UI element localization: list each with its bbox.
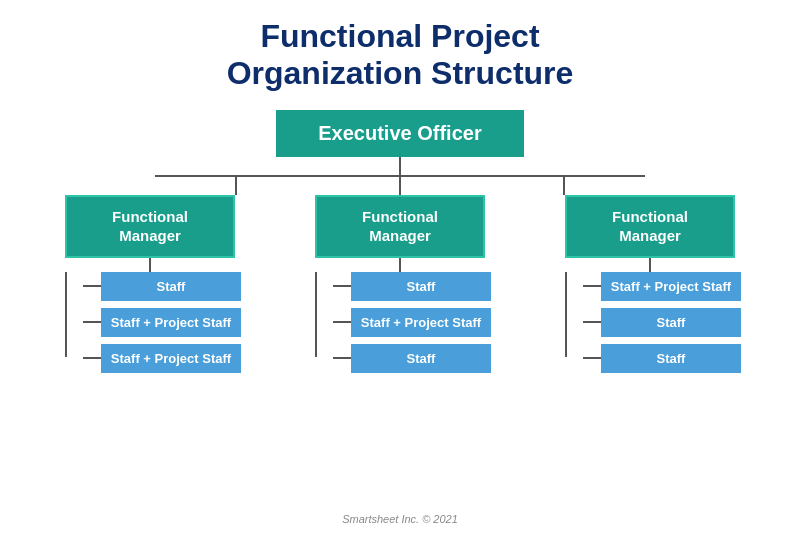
managers-row: FunctionalManager Staff Staff + Project … (50, 195, 750, 373)
h-line-2-1 (333, 285, 351, 287)
staff-box-3-3: Staff (601, 344, 741, 373)
h-line-3-2 (583, 321, 601, 323)
manager-col-1: FunctionalManager Staff Staff + Project … (50, 195, 250, 373)
manager-col-3: FunctionalManager Staff + Project Staff … (550, 195, 750, 373)
staff-item-3-2: Staff (583, 308, 735, 337)
manager-box-2: FunctionalManager (315, 195, 485, 258)
staff-item-2-3: Staff (333, 344, 485, 373)
staff-item-2-2: Staff + Project Staff (333, 308, 485, 337)
h-line-2-2 (333, 321, 351, 323)
mgr1-down (149, 258, 151, 272)
staff-box-3-2: Staff (601, 308, 741, 337)
staff-box-1-2: Staff + Project Staff (101, 308, 241, 337)
three-stubs (155, 177, 645, 195)
staff-box-3-1: Staff + Project Staff (601, 272, 741, 301)
staff-item-1-1: Staff (83, 272, 235, 301)
staff-box-1-1: Staff (101, 272, 241, 301)
org-chart: Executive Officer FunctionalManager (20, 110, 780, 373)
staff-item-1-2: Staff + Project Staff (83, 308, 235, 337)
stub-center (399, 177, 401, 195)
footer-text: Smartsheet Inc. © 2021 (342, 513, 458, 531)
staff-box-2-1: Staff (351, 272, 491, 301)
staff-item-1-3: Staff + Project Staff (83, 344, 235, 373)
staff-item-3-1: Staff + Project Staff (583, 272, 735, 301)
stub-left (235, 177, 237, 195)
staff-v-line-1 (65, 272, 67, 357)
h-line-1-3 (83, 357, 101, 359)
h-bar (155, 175, 645, 177)
h-line-3-3 (583, 357, 601, 359)
staff-item-2-1: Staff (333, 272, 485, 301)
staff-items-1: Staff Staff + Project Staff Staff + Proj… (65, 272, 235, 373)
h-line-3-1 (583, 285, 601, 287)
staff-box-2-3: Staff (351, 344, 491, 373)
page-wrapper: Functional Project Organization Structur… (0, 0, 800, 541)
page-title: Functional Project Organization Structur… (227, 18, 574, 92)
stub-right (563, 177, 565, 195)
staff-items-2: Staff Staff + Project Staff Staff (315, 272, 485, 373)
h-line-2-3 (333, 357, 351, 359)
exec-box: Executive Officer (276, 110, 523, 157)
top-connectors (20, 157, 780, 195)
staff-box-2-2: Staff + Project Staff (351, 308, 491, 337)
h-line-1-2 (83, 321, 101, 323)
staff-v-line-2 (315, 272, 317, 357)
manager-box-1: FunctionalManager (65, 195, 235, 258)
staff-box-1-3: Staff + Project Staff (101, 344, 241, 373)
h-line-1-1 (83, 285, 101, 287)
staff-items-3: Staff + Project Staff Staff Staff (565, 272, 735, 373)
exec-label: Executive Officer (318, 122, 481, 144)
manager-box-3: FunctionalManager (565, 195, 735, 258)
manager-col-2: FunctionalManager Staff Staff + Project … (300, 195, 500, 373)
exec-down-line (399, 157, 401, 175)
staff-v-line-3 (565, 272, 567, 357)
mgr2-down (399, 258, 401, 272)
mgr3-down (649, 258, 651, 272)
footer-label: Smartsheet Inc. © 2021 (342, 513, 458, 525)
staff-item-3-3: Staff (583, 344, 735, 373)
